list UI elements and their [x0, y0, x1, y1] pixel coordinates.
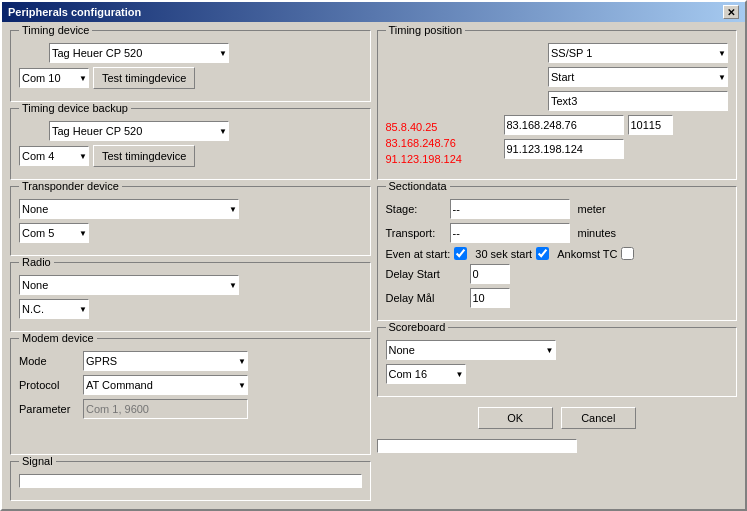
radio-com-select[interactable]: N.C. [19, 299, 89, 319]
timing-device-backup-title: Timing device backup [19, 102, 131, 114]
mode-label: Mode [19, 355, 79, 367]
main-window: Peripherals configuration ✕ Timing devic… [0, 0, 747, 511]
transport-input[interactable] [450, 223, 570, 243]
ip-item-3: 91.123.198.124 [386, 151, 496, 167]
delay-maal-label: Delay Mål [386, 292, 466, 304]
stage-input[interactable] [450, 199, 570, 219]
timing-device-panel: Timing device Tag Heuer CP 520 Com 10 T [10, 30, 371, 102]
timing-device-test-button[interactable]: Test timingdevice [93, 67, 195, 89]
timing-device-backup-panel: Timing device backup Tag Heuer CP 520 Co… [10, 108, 371, 180]
transponder-device-select-wrapper: None [19, 199, 239, 219]
radio-panel: Radio None N.C. [10, 262, 371, 332]
position-type-select-wrapper: Start Finish Both [548, 67, 728, 87]
timing-position-title: Timing position [386, 24, 466, 36]
even-at-start-checkbox[interactable] [454, 247, 467, 260]
parameter-input[interactable] [83, 399, 248, 419]
delay-start-label: Delay Start [386, 268, 466, 280]
stage-unit: meter [578, 203, 606, 215]
text3-input[interactable] [548, 91, 728, 111]
position-select[interactable]: SS/SP 1 SS/SP 2 Finish [548, 43, 728, 63]
signal-bar [19, 474, 362, 488]
transport-label: Transport: [386, 227, 446, 239]
backup-test-button[interactable]: Test timingdevice [93, 145, 195, 167]
backup-com-select[interactable]: Com 4 [19, 146, 89, 166]
ip-item-2: 83.168.248.76 [386, 135, 496, 151]
scoreboard-com-select-wrapper: Com 16 Com 1 Com 2 [386, 364, 466, 384]
backup-com-select-wrapper: Com 4 [19, 146, 89, 166]
right-column: Timing position SS/SP 1 SS/SP 2 Finish S… [377, 30, 738, 501]
timing-device-title: Timing device [19, 24, 92, 36]
position-type-select[interactable]: Start Finish Both [548, 67, 728, 87]
left-column: Timing device Tag Heuer CP 520 Com 10 T [10, 30, 371, 501]
timing-device-com-wrapper: Com 10 [19, 68, 89, 88]
sek-start-checkbox[interactable] [536, 247, 549, 260]
transport-unit: minutes [578, 227, 617, 239]
protocol-select-wrapper: AT Command Other [83, 375, 248, 395]
transponder-device-title: Transponder device [19, 180, 122, 192]
scoreboard-device-select[interactable]: None [386, 340, 556, 360]
backup-device-select[interactable]: Tag Heuer CP 520 [49, 121, 229, 141]
timing-device-select[interactable]: Tag Heuer CP 520 [49, 43, 229, 63]
delay-maal-input[interactable] [470, 288, 510, 308]
ankomst-checkbox[interactable] [621, 247, 634, 260]
modem-device-panel: Modem device Mode GPRS GSM Dial-up Proto… [10, 338, 371, 455]
ip-inputs [504, 115, 673, 171]
protocol-label: Protocol [19, 379, 79, 391]
scoreboard-com-select[interactable]: Com 16 Com 1 Com 2 [386, 364, 466, 384]
radio-device-select[interactable]: None [19, 275, 239, 295]
ankomst-label: Ankomst TC [557, 248, 617, 260]
radio-title: Radio [19, 256, 54, 268]
protocol-select[interactable]: AT Command Other [83, 375, 248, 395]
radio-device-select-wrapper: None [19, 275, 239, 295]
section-data-title: Sectiondata [386, 180, 450, 192]
bottom-signal-bar [377, 439, 577, 453]
ip-input-1[interactable] [504, 115, 624, 135]
scoreboard-title: Scoreboard [386, 321, 449, 333]
parameter-label: Parameter [19, 403, 79, 415]
mode-select-wrapper: GPRS GSM Dial-up [83, 351, 248, 371]
bottom-signal-area [377, 439, 738, 453]
transponder-device-select[interactable]: None [19, 199, 239, 219]
signal-title: Signal [19, 455, 56, 467]
timing-position-panel: Timing position SS/SP 1 SS/SP 2 Finish S… [377, 30, 738, 180]
modem-device-title: Modem device [19, 332, 97, 344]
title-bar: Peripherals configuration ✕ [2, 2, 745, 22]
position-select-wrapper: SS/SP 1 SS/SP 2 Finish [548, 43, 728, 63]
radio-com-select-wrapper: N.C. [19, 299, 89, 319]
window-title: Peripherals configuration [8, 6, 141, 18]
stage-label: Stage: [386, 203, 446, 215]
ip-item-1: 85.8.40.25 [386, 119, 496, 135]
even-at-start-label: Even at start: [386, 248, 451, 260]
close-button[interactable]: ✕ [723, 5, 739, 19]
sek-start-label: 30 sek start [475, 248, 532, 260]
transponder-com-select-wrapper: Com 5 [19, 223, 89, 243]
ip-list: 85.8.40.25 83.168.248.76 91.123.198.124 [386, 115, 496, 171]
delay-start-input[interactable] [470, 264, 510, 284]
transponder-device-panel: Transponder device None Com 5 [10, 186, 371, 256]
scoreboard-device-select-wrapper: None [386, 340, 556, 360]
mode-select[interactable]: GPRS GSM Dial-up [83, 351, 248, 371]
backup-device-select-wrapper: Tag Heuer CP 520 [49, 121, 229, 141]
dialog-buttons: OK Cancel [377, 407, 738, 429]
ip-input-2[interactable] [504, 139, 624, 159]
scoreboard-panel: Scoreboard None Com 16 Com 1 Com 2 [377, 327, 738, 397]
ok-button[interactable]: OK [478, 407, 553, 429]
cancel-button[interactable]: Cancel [561, 407, 636, 429]
section-data-panel: Sectiondata Stage: meter Transport: minu… [377, 186, 738, 321]
ip-port-1[interactable] [628, 115, 673, 135]
timing-device-com-select[interactable]: Com 10 [19, 68, 89, 88]
signal-panel: Signal [10, 461, 371, 501]
transponder-com-select[interactable]: Com 5 [19, 223, 89, 243]
timing-device-select-wrapper: Tag Heuer CP 520 [49, 43, 229, 63]
